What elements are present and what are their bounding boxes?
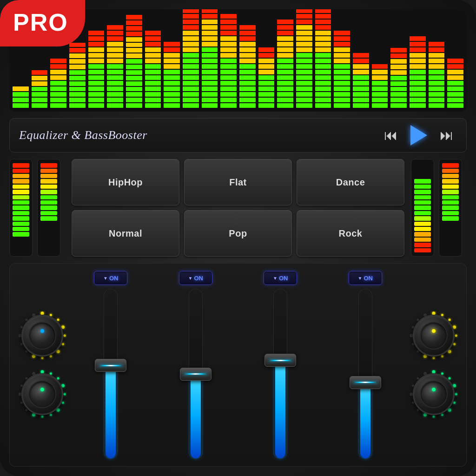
- svg-point-52: [455, 393, 457, 396]
- spectrum-bar: [447, 55, 464, 109]
- left-knob-column: [19, 311, 66, 419]
- faders-container: ▼ON▼ON▼ON▼ON: [70, 271, 406, 459]
- svg-point-24: [41, 416, 44, 418]
- fader-track-2[interactable]: [189, 289, 203, 459]
- svg-point-4: [64, 335, 66, 337]
- fader-handle-3[interactable]: [264, 354, 296, 367]
- preset-rock-button[interactable]: Rock: [297, 210, 404, 257]
- player-bar: Equalizer & BassBooster ⏮ ⏭: [9, 118, 467, 152]
- fader-handle-2[interactable]: [180, 368, 212, 381]
- play-button[interactable]: [409, 125, 429, 145]
- app-container: PRO Equalizer & BassBooster ⏮ ⏭ HipHopFl…: [0, 0, 476, 476]
- svg-point-20: [64, 393, 66, 396]
- spectrum-bar: [390, 47, 407, 109]
- spectrum-bar: [296, 9, 313, 109]
- knob-top-left[interactable]: [21, 315, 63, 357]
- svg-point-39: [441, 355, 443, 357]
- right-vu-1: [411, 159, 434, 257]
- svg-point-55: [441, 414, 443, 416]
- mixer-section: ▼ON▼ON▼ON▼ON: [9, 263, 467, 467]
- presets-grid: HipHopFlatDanceNormalPopRock: [72, 159, 404, 257]
- spectrum-bar: [182, 9, 199, 109]
- player-title: Equalizer & BassBooster: [19, 128, 376, 142]
- next-button[interactable]: ⏭: [436, 125, 457, 145]
- spectrum-bar: [220, 10, 237, 109]
- spectrum-bar: [371, 61, 389, 109]
- spectrum-bar: [126, 14, 143, 109]
- spectrum-bar: [315, 9, 332, 109]
- spectrum-bar: [352, 52, 370, 109]
- left-vu-2: [37, 159, 60, 257]
- knob-bottom-left[interactable]: [21, 373, 63, 415]
- middle-section: HipHopFlatDanceNormalPopRock: [9, 159, 467, 257]
- right-knob-column: [410, 311, 457, 419]
- spectrum-bar: [145, 26, 162, 109]
- svg-point-7: [50, 355, 52, 357]
- fader-channel-3: ▼ON: [240, 271, 321, 459]
- toggle-switch-2[interactable]: ▼ON: [179, 271, 212, 285]
- spectrum-bar: [201, 9, 218, 109]
- svg-point-5: [62, 343, 64, 345]
- spectrum-bar: [12, 81, 29, 109]
- svg-point-36: [455, 335, 457, 337]
- fader-channel-1: ▼ON: [70, 271, 152, 459]
- pro-badge: PRO: [0, 0, 85, 46]
- svg-point-8: [41, 357, 44, 359]
- fader-handle-1[interactable]: [95, 359, 126, 372]
- svg-point-53: [453, 402, 456, 404]
- fader-track-3[interactable]: [273, 289, 287, 459]
- toggle-switch-1[interactable]: ▼ON: [94, 271, 127, 285]
- right-vu-2: [439, 159, 462, 257]
- spectrum-bar: [277, 18, 294, 109]
- spectrum-bar: [69, 42, 86, 109]
- spectrum-bar: [50, 53, 67, 109]
- fader-channel-4: ▼ON: [325, 271, 406, 459]
- toggle-switch-4[interactable]: ▼ON: [349, 271, 382, 285]
- fader-channel-2: ▼ON: [155, 271, 237, 459]
- preset-dance-button[interactable]: Dance: [297, 159, 404, 205]
- knob-top-right[interactable]: [413, 315, 455, 357]
- svg-point-23: [50, 414, 52, 416]
- svg-point-40: [433, 357, 435, 359]
- player-controls: ⏮ ⏭: [381, 125, 457, 145]
- toggle-switch-3[interactable]: ▼ON: [264, 271, 297, 285]
- knob-bottom-right[interactable]: [413, 373, 455, 415]
- spectrum-bar: [239, 23, 256, 109]
- left-vu-1: [9, 159, 33, 257]
- spectrum-bar: [428, 39, 445, 109]
- spectrum-bar: [409, 33, 426, 109]
- spectrum-bar: [88, 30, 105, 109]
- left-vu-meters: [9, 159, 65, 257]
- preset-flat-button[interactable]: Flat: [184, 159, 292, 205]
- prev-button[interactable]: ⏮: [381, 125, 401, 145]
- right-vu-meters: [411, 159, 467, 257]
- svg-point-21: [62, 402, 64, 404]
- spectrum-bar: [106, 22, 124, 109]
- fader-track-1[interactable]: [104, 289, 118, 459]
- spectrum-bar: [258, 46, 275, 109]
- svg-point-56: [433, 416, 435, 418]
- spectrum-bar: [163, 38, 180, 109]
- svg-point-37: [453, 343, 456, 345]
- spectrum-bar: [333, 30, 350, 109]
- preset-pop-button[interactable]: Pop: [184, 210, 292, 257]
- spectrum-bar: [31, 69, 48, 109]
- preset-normal-button[interactable]: Normal: [72, 210, 179, 257]
- preset-hiphop-button[interactable]: HipHop: [72, 159, 179, 205]
- fader-handle-4[interactable]: [350, 376, 381, 389]
- fader-track-4[interactable]: [358, 289, 372, 459]
